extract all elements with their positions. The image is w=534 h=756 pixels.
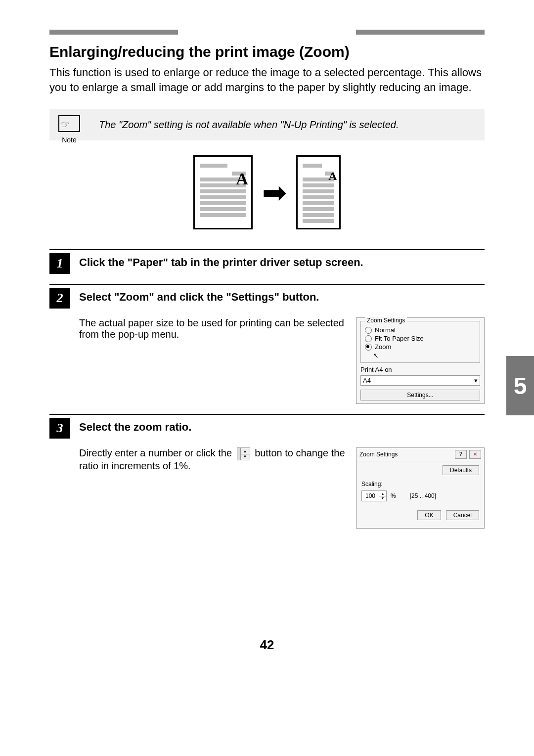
divider [49,414,485,415]
zoom-settings-dialog: Zoom Settings ? ✕ Defaults Scaling: 100 [356,447,485,529]
chapter-tab: 5 [506,356,534,415]
percent-label: % [391,492,396,499]
arrow-up-icon[interactable]: ▲ [379,492,386,496]
divider [49,249,485,250]
header-rule-right [356,30,485,35]
cursor-icon: ↖ [373,352,476,359]
ok-button[interactable]: OK [417,510,441,520]
radio-normal[interactable]: Normal [365,326,476,334]
step-2: 2 Select "Zoom" and click the "Settings"… [49,288,485,309]
step-number-badge: 1 [49,253,70,274]
step-2-title: Select "Zoom" and click the "Settings" b… [79,288,485,309]
defaults-button[interactable]: Defaults [443,465,479,475]
divider [49,284,485,285]
step-1-title: Click the "Paper" tab in the printer dri… [79,253,485,274]
illustration-page-small: A [296,155,341,229]
note-block: ☞ Note The "Zoom" setting is not availab… [49,109,485,140]
spinner-icon: ▲▼ [237,447,250,460]
step-3-title: Select the zoom ratio. [79,418,485,439]
step-1: 1 Click the "Paper" tab in the printer d… [49,253,485,274]
page-number: 42 [49,637,485,653]
note-icon: ☞ Note [54,115,84,144]
radio-fit-label: Fit To Paper Size [375,335,424,342]
radio-zoom[interactable]: Zoom [365,343,476,351]
paper-size-value: A4 [363,377,371,384]
scaling-range: [25 .. 400] [410,492,436,499]
close-icon[interactable]: ✕ [469,450,481,459]
step-3-text-a: Directly enter a number or click the [79,448,235,459]
illustration-page-large: A [193,155,253,229]
scaling-value: 100 [362,492,379,500]
group-label: Zoom Settings [365,317,407,324]
radio-zoom-label: Zoom [375,343,391,351]
arrow-up-icon: ▲ [241,449,250,454]
dialog-title: Zoom Settings [359,451,398,458]
radio-normal-label: Normal [375,326,396,334]
radio-fit[interactable]: Fit To Paper Size [365,335,476,342]
step-2-text: The actual paper size to be used for pri… [79,317,346,404]
paper-size-select[interactable]: A4 ▾ [360,375,480,386]
settings-button[interactable]: Settings... [360,390,480,400]
step-3-text: Directly enter a number or click the ▲▼ … [79,447,346,529]
arrow-down-icon: ▼ [241,454,250,459]
pointing-hand-icon: ☞ [61,119,70,131]
note-text: The "Zoom" setting is not available when… [99,119,475,131]
note-caption: Note [54,136,84,144]
zoom-settings-group-panel: Zoom Settings Normal Fit To Paper Size Z… [356,317,485,404]
step-3: 3 Select the zoom ratio. [49,418,485,439]
scaling-label: Scaling: [361,481,383,488]
cancel-button[interactable]: Cancel [446,510,479,520]
step-number-badge: 3 [49,418,70,439]
print-on-label: Print A4 on [360,366,480,373]
arrow-right-icon: ➡ [262,175,287,210]
page-title: Enlarging/reducing the print image (Zoom… [49,44,485,60]
intro-text: This function is used to enlarge or redu… [49,65,485,94]
step-number-badge: 2 [49,288,70,309]
header-rule-left [49,30,178,35]
chevron-down-icon: ▾ [474,377,478,384]
arrow-down-icon[interactable]: ▼ [379,496,386,500]
help-icon[interactable]: ? [455,450,467,459]
zoom-illustration: A ➡ A [49,155,485,229]
scaling-spinner[interactable]: 100 ▲▼ [361,490,387,501]
